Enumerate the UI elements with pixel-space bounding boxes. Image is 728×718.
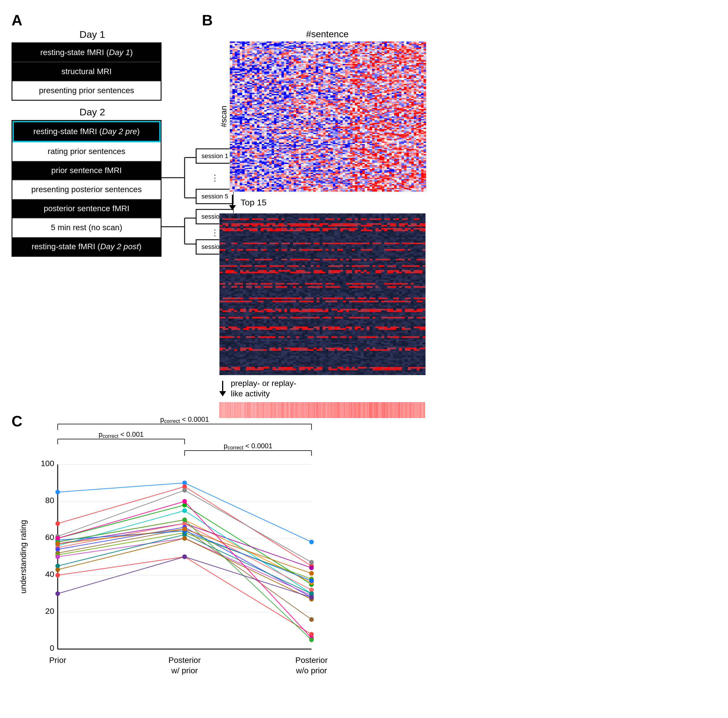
day1-label: Day 1 [12, 29, 173, 40]
svg-text:20: 20 [45, 607, 54, 615]
svg-point-85 [309, 637, 314, 642]
svg-point-84 [182, 517, 187, 522]
day2-box-5: posterior sentence fMRI [12, 199, 161, 218]
svg-point-81 [182, 499, 187, 504]
svg-text:60: 60 [45, 533, 54, 542]
svg-text:⋮: ⋮ [211, 173, 219, 182]
top15-label: Top 15 [240, 197, 266, 207]
preplay-label: preplay- or replay-like activity [231, 378, 296, 399]
svg-text:Prior: Prior [49, 656, 66, 664]
day2-box-1: resting-state fMRI (Day 2 pre) [12, 121, 161, 142]
svg-point-79 [309, 579, 314, 583]
day2-label: Day 2 [12, 106, 173, 118]
svg-point-87 [182, 554, 187, 559]
svg-point-74 [55, 567, 60, 572]
svg-point-49 [309, 565, 314, 570]
svg-point-32 [55, 490, 60, 494]
chart-svg: 020406080100PriorPosteriorw/ priorPoster… [12, 412, 329, 695]
svg-text:⋮: ⋮ [211, 228, 219, 237]
svg-point-68 [55, 573, 60, 577]
day2-box-4: presenting posterior sentences [12, 180, 161, 199]
panel-label-a: A [12, 12, 23, 29]
svg-point-89 [55, 542, 60, 546]
svg-point-90 [182, 527, 187, 531]
day1-box-2: structural MRI [12, 62, 161, 81]
day2-box-6: 5 min rest (no scan) [12, 218, 161, 237]
svg-text:pcorrect < 0.0001: pcorrect < 0.0001 [160, 415, 209, 424]
day1-box-group: resting-state fMRI (Day 1) structural MR… [12, 43, 162, 101]
svg-text:40: 40 [45, 570, 54, 579]
day2-box-7: resting-state fMRI (Day 2 post) [12, 237, 161, 256]
svg-point-65 [55, 554, 60, 559]
heatmap-bottom [219, 213, 426, 375]
day1-box-1: resting-state fMRI (Day 1) [12, 43, 161, 62]
svg-point-40 [309, 560, 314, 565]
day1-box-3: presenting prior sentences [12, 81, 161, 100]
svg-point-75 [182, 536, 187, 540]
svg-text:pcorrect < 0.0001: pcorrect < 0.0001 [223, 442, 272, 451]
svg-text:w/ prior: w/ prior [171, 666, 198, 675]
svg-text:understanding rating: understanding rating [19, 520, 28, 593]
svg-point-51 [182, 508, 187, 513]
day2-box-2: rating prior sentences [12, 142, 161, 161]
day2-box-group: resting-state fMRI (Day 2 pre) rating pr… [12, 120, 162, 257]
svg-point-91 [309, 571, 314, 576]
svg-text:80: 80 [45, 496, 54, 505]
heatmap-top [229, 41, 426, 192]
svg-point-35 [55, 521, 60, 526]
svg-point-86 [55, 591, 60, 596]
panel-label-b: B [202, 12, 213, 29]
svg-point-39 [182, 488, 187, 493]
svg-text:100: 100 [41, 459, 54, 468]
day2-box-3: prior sentence fMRI [12, 161, 161, 180]
svg-point-61 [309, 617, 314, 622]
heatmap-top-title: #sentence [228, 29, 427, 40]
svg-text:0: 0 [50, 644, 54, 652]
heatmap-top-ylabel: #scan [219, 41, 228, 192]
svg-point-88 [309, 595, 314, 600]
panel-a: Day 1 resting-state fMRI (Day 1) structu… [12, 29, 173, 261]
svg-point-34 [309, 540, 314, 544]
panel-b: #sentence #scan Top 15 preplay- or repla… [219, 29, 427, 418]
panel-c: 020406080100PriorPosteriorw/ priorPoster… [12, 412, 329, 695]
svg-text:Posterior: Posterior [168, 656, 201, 664]
svg-text:w/o prior: w/o prior [296, 666, 327, 675]
svg-text:Posterior: Posterior [295, 656, 328, 664]
svg-text:pcorrect < 0.001: pcorrect < 0.001 [99, 430, 144, 439]
